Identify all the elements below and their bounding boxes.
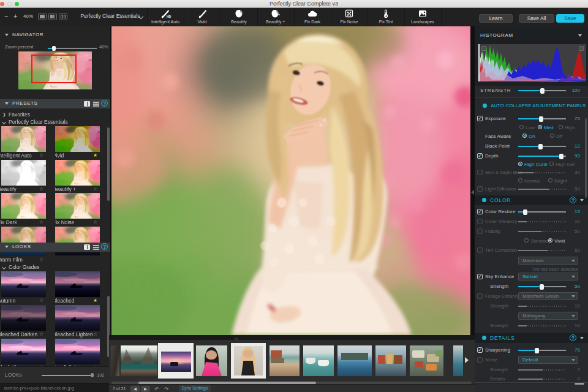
svg-text:HD: HD	[167, 15, 172, 18]
